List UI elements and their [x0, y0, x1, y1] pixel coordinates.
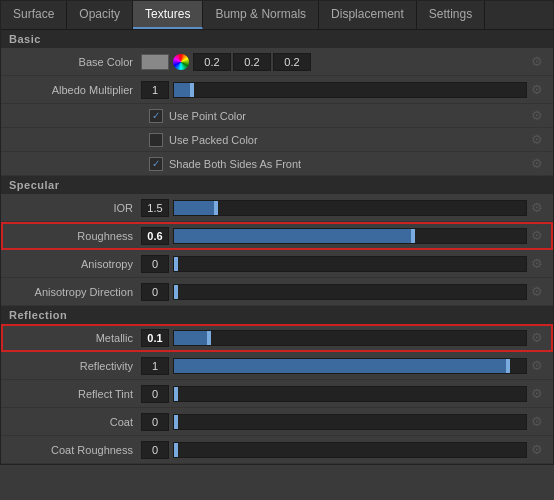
- ior-content: [141, 199, 527, 217]
- shade-both-sides-gear-icon[interactable]: ⚙: [527, 156, 547, 171]
- anisotropy-slider[interactable]: [173, 256, 527, 272]
- base-color-content: [141, 53, 527, 71]
- anisotropy-direction-content: [141, 283, 527, 301]
- roughness-value-input[interactable]: [141, 227, 169, 245]
- metallic-content: [141, 329, 527, 347]
- coat-value-input[interactable]: [141, 413, 169, 431]
- ior-slider-fill: [174, 201, 216, 215]
- roughness-gear-icon[interactable]: ⚙: [527, 228, 547, 243]
- reflectivity-slider-fill: [174, 359, 508, 373]
- albedo-value-input[interactable]: [141, 81, 169, 99]
- reflect-tint-value-input[interactable]: [141, 385, 169, 403]
- roughness-slider[interactable]: [173, 228, 527, 244]
- coat-roughness-handle[interactable]: [174, 443, 178, 457]
- anisotropy-direction-value-input[interactable]: [141, 283, 169, 301]
- base-color-gear-icon[interactable]: ⚙: [527, 54, 547, 69]
- reflectivity-content: [141, 357, 527, 375]
- roughness-label: Roughness: [1, 230, 141, 242]
- coat-handle[interactable]: [174, 415, 178, 429]
- anisotropy-row: Anisotropy ⚙: [1, 250, 553, 278]
- coat-content: [141, 413, 527, 431]
- base-color-g[interactable]: [233, 53, 271, 71]
- albedo-slider[interactable]: [173, 82, 527, 98]
- roughness-slider-fill: [174, 229, 413, 243]
- use-packed-color-checkbox[interactable]: [149, 133, 163, 147]
- reflectivity-slider[interactable]: [173, 358, 527, 374]
- metallic-value-input[interactable]: [141, 329, 169, 347]
- main-panel: Surface Opacity Textures Bump & Normals …: [0, 0, 554, 465]
- anisotropy-slider-handle[interactable]: [174, 257, 178, 271]
- tab-surface[interactable]: Surface: [1, 1, 67, 29]
- use-point-color-checkbox[interactable]: [149, 109, 163, 123]
- reflection-section-header: Reflection: [1, 306, 553, 324]
- metallic-row: Metallic ⚙: [1, 324, 553, 352]
- coat-slider[interactable]: [173, 414, 527, 430]
- reflect-tint-slider[interactable]: [173, 386, 527, 402]
- ior-slider-handle[interactable]: [214, 201, 218, 215]
- reflect-tint-gear-icon[interactable]: ⚙: [527, 386, 547, 401]
- reflectivity-slider-handle[interactable]: [506, 359, 510, 373]
- tab-bump-normals[interactable]: Bump & Normals: [203, 1, 319, 29]
- anisotropy-direction-row: Anisotropy Direction ⚙: [1, 278, 553, 306]
- metallic-slider-fill: [174, 331, 209, 345]
- albedo-gear-icon[interactable]: ⚙: [527, 82, 547, 97]
- reflect-tint-handle[interactable]: [174, 387, 178, 401]
- use-point-color-label: Use Point Color: [169, 110, 246, 122]
- albedo-multiplier-row: Albedo Multiplier ⚙: [1, 76, 553, 104]
- tab-displacement[interactable]: Displacement: [319, 1, 417, 29]
- albedo-content: [141, 81, 527, 99]
- metallic-label: Metallic: [1, 332, 141, 344]
- ior-label: IOR: [1, 202, 141, 214]
- base-color-label: Base Color: [1, 56, 141, 68]
- ior-row: IOR ⚙: [1, 194, 553, 222]
- coat-label: Coat: [1, 416, 141, 428]
- use-packed-color-label: Use Packed Color: [169, 134, 258, 146]
- roughness-slider-handle[interactable]: [411, 229, 415, 243]
- anisotropy-gear-icon[interactable]: ⚙: [527, 256, 547, 271]
- shade-both-sides-row: Shade Both Sides As Front ⚙: [1, 152, 553, 176]
- tab-settings[interactable]: Settings: [417, 1, 485, 29]
- metallic-slider[interactable]: [173, 330, 527, 346]
- ior-gear-icon[interactable]: ⚙: [527, 200, 547, 215]
- tab-textures[interactable]: Textures: [133, 1, 203, 29]
- anisotropy-content: [141, 255, 527, 273]
- ior-value-input[interactable]: [141, 199, 169, 217]
- use-point-color-gear-icon[interactable]: ⚙: [527, 108, 547, 123]
- coat-roughness-row: Coat Roughness ⚙: [1, 436, 553, 464]
- anisotropy-direction-handle[interactable]: [174, 285, 178, 299]
- shade-both-sides-label: Shade Both Sides As Front: [169, 158, 301, 170]
- basic-section-header: Basic: [1, 30, 553, 48]
- reflectivity-label: Reflectivity: [1, 360, 141, 372]
- coat-roughness-label: Coat Roughness: [1, 444, 141, 456]
- coat-roughness-content: [141, 441, 527, 459]
- color-wheel-icon[interactable]: [173, 54, 189, 70]
- roughness-row: Roughness ⚙: [1, 222, 553, 250]
- base-color-r[interactable]: [193, 53, 231, 71]
- base-color-values: [193, 53, 311, 71]
- coat-gear-icon[interactable]: ⚙: [527, 414, 547, 429]
- reflectivity-row: Reflectivity ⚙: [1, 352, 553, 380]
- color-swatch[interactable]: [141, 54, 169, 70]
- roughness-content: [141, 227, 527, 245]
- albedo-label: Albedo Multiplier: [1, 84, 141, 96]
- anisotropy-value-input[interactable]: [141, 255, 169, 273]
- shade-both-sides-checkbox[interactable]: [149, 157, 163, 171]
- metallic-slider-handle[interactable]: [207, 331, 211, 345]
- albedo-slider-handle[interactable]: [190, 83, 194, 97]
- ior-slider[interactable]: [173, 200, 527, 216]
- metallic-gear-icon[interactable]: ⚙: [527, 330, 547, 345]
- tab-opacity[interactable]: Opacity: [67, 1, 133, 29]
- reflect-tint-content: [141, 385, 527, 403]
- base-color-b[interactable]: [273, 53, 311, 71]
- use-packed-color-gear-icon[interactable]: ⚙: [527, 132, 547, 147]
- anisotropy-direction-label: Anisotropy Direction: [1, 286, 141, 298]
- reflectivity-gear-icon[interactable]: ⚙: [527, 358, 547, 373]
- coat-roughness-gear-icon[interactable]: ⚙: [527, 442, 547, 457]
- coat-roughness-slider[interactable]: [173, 442, 527, 458]
- reflectivity-value-input[interactable]: [141, 357, 169, 375]
- tab-bar: Surface Opacity Textures Bump & Normals …: [1, 1, 553, 30]
- anisotropy-direction-slider[interactable]: [173, 284, 527, 300]
- coat-roughness-value-input[interactable]: [141, 441, 169, 459]
- reflect-tint-label: Reflect Tint: [1, 388, 141, 400]
- anisotropy-direction-gear-icon[interactable]: ⚙: [527, 284, 547, 299]
